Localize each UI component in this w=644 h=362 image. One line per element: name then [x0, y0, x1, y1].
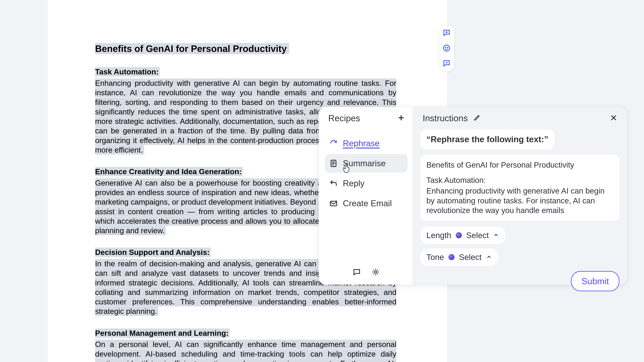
context-body: Enhancing productivity with generative A…: [426, 186, 613, 216]
parameter-row-2: Tone Select: [420, 248, 620, 266]
chevron-up-icon: [493, 232, 499, 238]
recipe-label: Reply: [343, 178, 364, 188]
recipe-list: Rephrase Summarise Reply Create Email: [325, 134, 408, 213]
document-title[interactable]: Benefits of GenAI for Personal Productiv…: [95, 43, 289, 54]
submit-button[interactable]: Submit: [571, 271, 620, 291]
chat-icon: [352, 268, 361, 277]
tone-selector[interactable]: Tone Select: [420, 248, 498, 266]
refresh-icon: [329, 139, 338, 148]
recipes-chat-button[interactable]: [352, 268, 362, 277]
doc-sparkle-icon: [329, 159, 338, 168]
recipe-item-summarise[interactable]: Summarise: [325, 154, 408, 173]
context-title: Benefits of GenAI for Personal Productiv…: [426, 160, 613, 170]
chevron-up-icon: [486, 254, 492, 260]
doc-section-heading[interactable]: Enhance Creativity and Idea Generation:: [95, 167, 243, 176]
close-popup-button[interactable]: [609, 114, 618, 122]
svg-rect-4: [330, 201, 337, 206]
recipe-item-reply[interactable]: Reply: [325, 174, 408, 193]
svg-point-0: [444, 45, 450, 51]
tone-value: Select: [459, 252, 482, 262]
close-icon: [610, 114, 618, 122]
add-reaction-button[interactable]: [442, 44, 451, 53]
recipes-title: Recipes: [328, 113, 360, 123]
recipes-footer: [325, 268, 408, 280]
recipe-label: Create Email: [343, 198, 392, 208]
ai-recipes-popup: Recipes Rephrase Summarise: [318, 107, 627, 285]
doc-section-3: Personal Management and Learning: On a p…: [95, 328, 396, 362]
tone-label: Tone: [426, 252, 444, 262]
length-label: Length: [426, 231, 451, 240]
edit-instructions-button[interactable]: [473, 114, 481, 122]
recipes-column: Recipes Rephrase Summarise: [319, 107, 413, 284]
smile-icon: [442, 44, 451, 53]
recipes-header: Recipes: [325, 113, 408, 128]
doc-section-heading[interactable]: Personal Management and Learning:: [95, 328, 230, 338]
ai-orb-icon: [448, 254, 454, 260]
reply-sparkle-icon: [329, 179, 338, 188]
instructions-column: Instructions “Rephrase the following tex…: [413, 107, 627, 284]
comment-plus-icon: [442, 29, 451, 38]
gear-icon: [372, 268, 380, 277]
context-text-box[interactable]: Benefits of GenAI for Personal Productiv…: [420, 155, 620, 221]
plus-icon: [398, 114, 405, 122]
length-value: Select: [466, 231, 489, 240]
submit-row: Submit: [420, 266, 620, 291]
add-comment-button[interactable]: [442, 29, 451, 38]
pencil-icon: [473, 114, 480, 122]
suggest-edit-icon: [442, 59, 451, 68]
recipe-label: Summarise: [343, 158, 386, 168]
doc-section-heading[interactable]: Task Automation:: [95, 67, 160, 76]
add-recipe-button[interactable]: [397, 114, 406, 122]
document-title-wrapper: Benefits of GenAI for Personal Productiv…: [95, 42, 396, 55]
instructions-header: Instructions: [420, 113, 620, 126]
doc-section-body[interactable]: On a personal level, AI can significantl…: [95, 340, 396, 362]
floating-comment-toolbar: [439, 26, 454, 72]
recipe-label: Rephrase: [343, 138, 380, 148]
svg-point-2: [447, 47, 448, 48]
recipe-item-rephrase[interactable]: Rephrase: [325, 134, 408, 153]
mail-sparkle-icon: [329, 199, 338, 208]
svg-point-1: [445, 47, 446, 48]
instruction-prompt[interactable]: “Rephrase the following text:”: [420, 129, 554, 149]
instructions-title: Instructions: [423, 113, 468, 123]
parameter-row: Length Select: [420, 226, 620, 244]
recipes-settings-button[interactable]: [371, 268, 380, 277]
length-selector[interactable]: Length Select: [420, 226, 505, 244]
ai-orb-icon: [456, 232, 462, 238]
recipe-item-create-email[interactable]: Create Email: [325, 194, 408, 213]
suggest-edit-button[interactable]: [442, 59, 451, 68]
doc-section-heading[interactable]: Decision Support and Analysis:: [95, 248, 211, 257]
context-section-head: Task Automation:: [426, 176, 613, 185]
svg-point-5: [374, 271, 377, 273]
